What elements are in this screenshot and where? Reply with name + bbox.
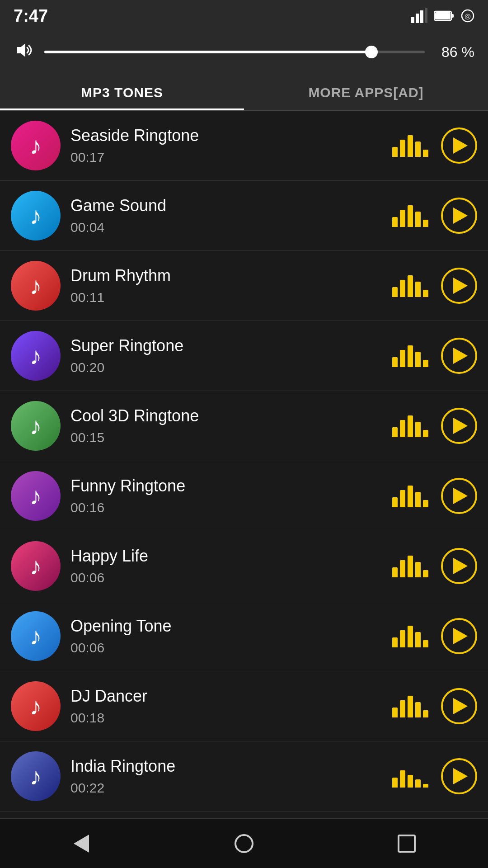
bar: [408, 556, 413, 577]
signal-icon: [411, 8, 427, 24]
play-triangle-icon: [453, 137, 468, 154]
status-icons: ◎: [411, 8, 474, 24]
play-triangle-icon: [453, 698, 468, 714]
bar: [400, 630, 405, 647]
svg-rect-1: [416, 14, 419, 23]
bar: [423, 290, 428, 297]
bar: [400, 560, 405, 577]
song-duration: 00:11: [70, 290, 382, 305]
back-icon: [74, 835, 89, 853]
song-info: DJ Dancer 00:18: [70, 687, 382, 726]
play-button[interactable]: [441, 758, 477, 794]
play-button[interactable]: [441, 478, 477, 514]
nav-back-button[interactable]: [63, 826, 99, 862]
list-item: ♪ Happy Life 00:06: [0, 531, 488, 601]
song-avatar: ♪: [11, 191, 61, 241]
bar: [392, 357, 398, 367]
equalizer-icon: [392, 485, 428, 507]
song-list: ♪ Seaside Ringtone 00:17 ♪ Game Sound 00…: [0, 111, 488, 861]
nav-home-button[interactable]: [226, 826, 262, 862]
song-avatar: ♪: [11, 751, 61, 801]
bar: [415, 142, 421, 157]
play-button[interactable]: [441, 198, 477, 234]
music-note-icon: ♪: [30, 132, 42, 160]
bar: [408, 275, 413, 297]
song-actions: [392, 548, 477, 584]
play-button[interactable]: [441, 127, 477, 164]
bar: [415, 632, 421, 647]
list-item: ♪ Cool 3D Ringtone 00:15: [0, 391, 488, 461]
play-button[interactable]: [441, 618, 477, 654]
status-time: 7:47: [14, 6, 48, 26]
svg-rect-0: [411, 17, 414, 23]
recent-icon: [398, 835, 416, 853]
song-title: Cool 3D Ringtone: [70, 406, 382, 425]
equalizer-icon: [392, 415, 428, 437]
bar: [408, 345, 413, 367]
bar: [392, 497, 398, 507]
song-avatar: ♪: [11, 541, 61, 591]
play-button[interactable]: [441, 688, 477, 724]
song-title: Game Sound: [70, 196, 382, 215]
song-title: Seaside Ringtone: [70, 126, 382, 145]
equalizer-icon: [392, 695, 428, 717]
bar: [400, 700, 405, 717]
svg-rect-6: [435, 12, 450, 19]
play-button[interactable]: [441, 408, 477, 444]
song-info: Seaside Ringtone 00:17: [70, 126, 382, 165]
song-actions: [392, 268, 477, 304]
tab-moreapps[interactable]: MORE APPS[AD]: [244, 72, 488, 110]
song-actions: [392, 688, 477, 724]
bar: [423, 500, 428, 507]
bar: [392, 217, 398, 227]
bar: [408, 205, 413, 227]
bar: [400, 490, 405, 507]
list-item: ♪ Game Sound 00:04: [0, 181, 488, 251]
music-note-icon: ♪: [30, 342, 42, 370]
bar: [408, 696, 413, 717]
list-item: ♪ Opening Tone 00:06: [0, 601, 488, 671]
bar: [400, 280, 405, 297]
play-button[interactable]: [441, 268, 477, 304]
play-triangle-icon: [453, 208, 468, 224]
song-info: Drum Rhythm 00:11: [70, 266, 382, 305]
bar: [392, 567, 398, 577]
bar: [415, 282, 421, 297]
play-triangle-icon: [453, 278, 468, 294]
song-duration: 00:06: [70, 640, 382, 656]
play-triangle-icon: [453, 488, 468, 504]
song-duration: 00:16: [70, 500, 382, 515]
bar: [392, 708, 398, 717]
bar: [423, 570, 428, 577]
volume-slider[interactable]: [44, 51, 425, 53]
song-avatar: ♪: [11, 121, 61, 170]
svg-marker-9: [17, 43, 25, 57]
nav-recent-button[interactable]: [389, 826, 425, 862]
song-avatar: ♪: [11, 471, 61, 521]
play-triangle-icon: [453, 558, 468, 574]
song-avatar: ♪: [11, 401, 61, 451]
home-icon: [235, 834, 253, 853]
bar: [400, 420, 405, 437]
bar: [423, 220, 428, 227]
equalizer-icon: [392, 344, 428, 367]
tab-mp3tones[interactable]: MP3 TONES: [0, 72, 244, 110]
equalizer-icon: [392, 765, 428, 788]
bar: [423, 710, 428, 717]
play-button[interactable]: [441, 548, 477, 584]
play-button[interactable]: [441, 338, 477, 374]
song-title: Happy Life: [70, 547, 382, 566]
song-actions: [392, 127, 477, 164]
song-avatar: ♪: [11, 331, 61, 381]
notification-icon: ◎: [461, 9, 474, 23]
song-actions: [392, 338, 477, 374]
song-title: Funny Ringtone: [70, 476, 382, 495]
bar: [423, 360, 428, 367]
music-note-icon: ♪: [30, 552, 42, 580]
list-item: ♪ Funny Ringtone 00:16: [0, 461, 488, 531]
navigation-bar: [0, 818, 488, 868]
list-item: ♪ DJ Dancer 00:18: [0, 671, 488, 741]
bar: [392, 637, 398, 647]
volume-control[interactable]: 86 %: [0, 32, 488, 72]
song-info: Cool 3D Ringtone 00:15: [70, 406, 382, 445]
